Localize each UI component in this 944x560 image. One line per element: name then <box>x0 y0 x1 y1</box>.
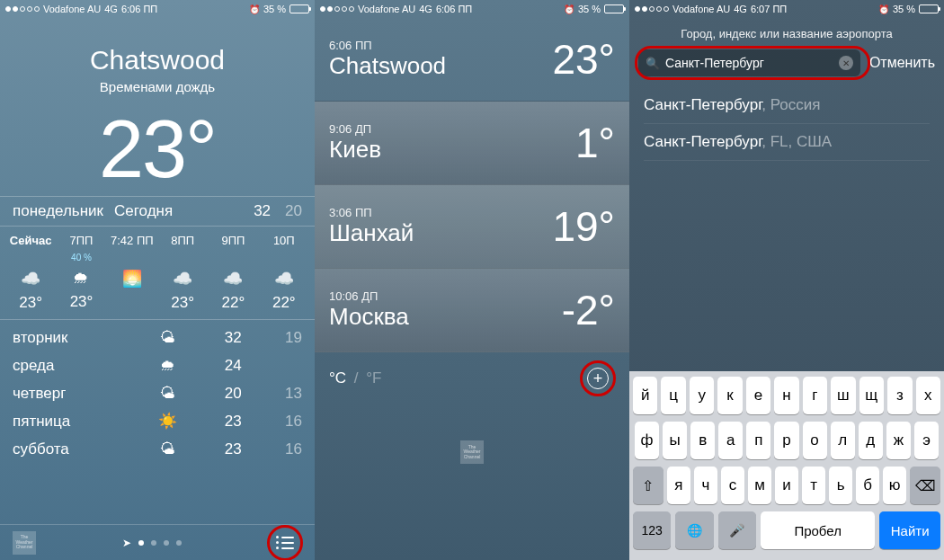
unit-celsius[interactable]: °C <box>329 369 346 387</box>
key-letter[interactable]: ь <box>829 467 852 504</box>
search-result-item[interactable]: Санкт-Петербург, FL, США <box>644 124 930 161</box>
key-letter[interactable]: ш <box>831 377 855 414</box>
key-letter[interactable]: ц <box>661 377 685 414</box>
key-letter[interactable]: я <box>667 467 690 504</box>
add-city-button[interactable]: + <box>581 361 615 396</box>
key-letter[interactable]: п <box>746 422 770 459</box>
unit-fahrenheit[interactable]: °F <box>366 369 381 387</box>
hour-time: 7ПП <box>70 234 94 247</box>
key-letter[interactable]: э <box>914 422 939 459</box>
key-space[interactable]: Пробел <box>761 511 875 549</box>
key-letter[interactable]: щ <box>859 377 884 414</box>
status-time: 6:07 ПП <box>751 4 787 14</box>
day-high: 20 <box>215 385 242 403</box>
key-mic[interactable]: 🎤 <box>718 511 756 549</box>
key-letter[interactable]: ы <box>663 422 687 459</box>
city-header: Chatswood Временами дождь <box>0 45 315 94</box>
key-letter[interactable]: ф <box>635 422 659 459</box>
today-dayname: понедельник <box>13 202 103 220</box>
key-letter[interactable]: ю <box>883 467 906 504</box>
key-letter[interactable]: т <box>802 467 825 504</box>
key-globe[interactable]: 🌐 <box>675 511 713 549</box>
weather-channel-logo[interactable]: The Weather Channel <box>13 531 36 555</box>
hour-item: 10П☁️22° <box>259 234 309 312</box>
key-letter[interactable]: к <box>717 377 742 414</box>
weather-icon: ☁️ <box>223 269 243 289</box>
weather-icon: 🌤 <box>154 385 181 403</box>
city-row[interactable]: 3:06 ППШанхай19° <box>315 185 629 269</box>
hour-time: 7:42 ПП <box>111 234 154 247</box>
hour-item: 9ПП☁️22° <box>208 234 258 312</box>
weather-channel-logo[interactable]: The Weather Channel <box>460 440 484 464</box>
key-letter[interactable]: и <box>775 467 798 504</box>
today-label: Сегодня <box>114 202 173 220</box>
unit-separator: / <box>354 369 359 387</box>
day-name: пятница <box>13 413 120 431</box>
key-letter[interactable]: н <box>774 377 798 414</box>
city-row[interactable]: 9:06 ДПКиев1° <box>315 102 629 185</box>
unit-bar: °C / °F + <box>315 352 629 404</box>
day-low: 19 <box>275 329 302 347</box>
result-main: Санкт-Петербург <box>644 96 761 113</box>
daily-forecast: вторник🌤3219среда🌧24четверг🌤2013пятница☀… <box>0 320 315 463</box>
day-row: пятница☀️2316 <box>13 407 302 435</box>
carrier: Vodafone AU <box>358 4 415 14</box>
key-letter[interactable]: е <box>746 377 770 414</box>
key-numbers[interactable]: 123 <box>633 511 671 549</box>
key-letter[interactable]: л <box>831 422 855 459</box>
search-result-item[interactable]: Санкт-Петербург, Россия <box>644 87 930 124</box>
key-letter[interactable]: ж <box>886 422 911 459</box>
city-list-button[interactable] <box>268 526 302 560</box>
key-letter[interactable]: г <box>803 377 827 414</box>
key-letter[interactable]: р <box>774 422 798 459</box>
hour-item: 8ПП☁️23° <box>157 234 208 312</box>
key-backspace[interactable]: ⌫ <box>910 467 940 504</box>
day-high: 23 <box>215 440 242 458</box>
key-find[interactable]: Найти <box>879 511 940 549</box>
weather-icon: ☁️ <box>173 269 192 289</box>
key-letter[interactable]: д <box>859 422 883 459</box>
day-high: 32 <box>215 329 242 347</box>
key-shift[interactable]: ⇧ <box>633 467 663 504</box>
city-name: Chatswood <box>0 45 315 76</box>
signal-dots-icon <box>635 6 669 12</box>
search-prompt: Город, индекс или название аэропорта <box>638 27 935 40</box>
hour-item: 7ПП40 %🌧23° <box>56 234 106 312</box>
city-row[interactable]: 6:06 ППChatswood23° <box>315 18 629 102</box>
key-letter[interactable]: в <box>690 422 715 459</box>
hourly-forecast[interactable]: Сейчас☁️23°7ПП40 %🌧23°7:42 ПП🌅8ПП☁️23°9П… <box>0 227 315 320</box>
key-letter[interactable]: ч <box>694 467 717 504</box>
hour-temp: 22° <box>272 294 296 312</box>
hour-item: 7:42 ПП🌅 <box>107 234 157 312</box>
key-letter[interactable]: й <box>633 377 657 414</box>
key-letter[interactable]: а <box>718 422 743 459</box>
key-letter[interactable]: б <box>856 467 879 504</box>
city-temp: -2° <box>562 286 615 334</box>
carrier: Vodafone AU <box>43 4 101 14</box>
page-dots[interactable]: ➤ <box>122 537 182 549</box>
city-temp: 1° <box>575 119 615 167</box>
key-letter[interactable]: у <box>690 377 714 414</box>
hour-time: 10П <box>273 234 295 247</box>
annotation-highlight <box>635 46 870 80</box>
day-row: вторник🌤3219 <box>13 324 302 351</box>
city-row[interactable]: 10:06 ДПМосква-2° <box>315 269 629 352</box>
battery-percent: 35 % <box>893 4 915 14</box>
key-letter[interactable]: с <box>721 467 744 504</box>
weather-icon: 🌧 <box>154 357 181 375</box>
battery-icon <box>289 4 309 13</box>
hour-time: 8ПП <box>171 234 194 247</box>
key-letter[interactable]: з <box>887 377 912 414</box>
status-bar: Vodafone AU 4G 6:06 ПП ⏰ 35 % <box>315 0 629 18</box>
keyboard: йцукенгшщзх фывапролджэ ⇧ячсмитьбю⌫ 123 … <box>629 371 944 560</box>
weather-icon: 🌤 <box>154 329 181 347</box>
alarm-icon: ⏰ <box>249 4 260 14</box>
day-row: суббота🌤2316 <box>13 435 302 463</box>
key-letter[interactable]: о <box>803 422 827 459</box>
weather-icon: ☀️ <box>154 412 181 431</box>
annotation-highlight <box>267 525 303 561</box>
key-letter[interactable]: х <box>916 377 940 414</box>
weather-city-screen: Vodafone AU 4G 6:06 ПП ⏰ 35 % Chatswood … <box>0 0 315 560</box>
cancel-button[interactable]: Отменить <box>869 55 935 71</box>
key-letter[interactable]: м <box>748 467 771 504</box>
